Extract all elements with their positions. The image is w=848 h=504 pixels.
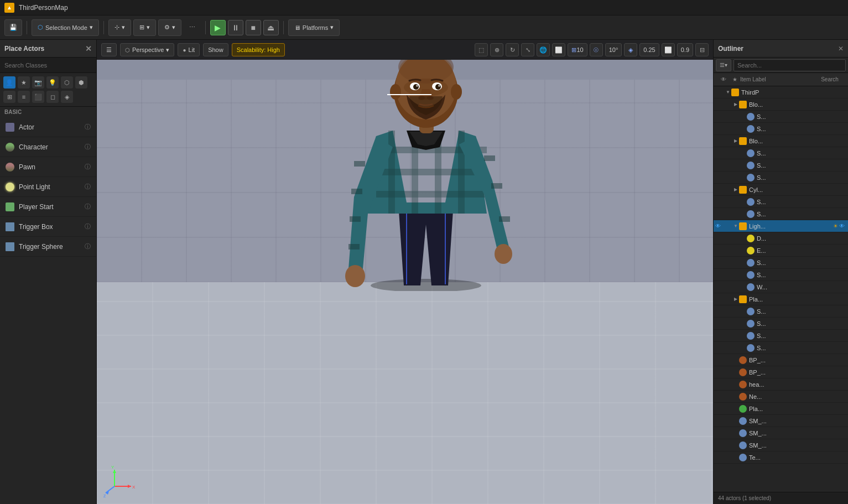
tree-item-sm1[interactable]: SM_... — [714, 415, 848, 427]
build-button[interactable]: ⚙▾ — [158, 19, 181, 36]
tree-arrow-blo1[interactable]: ▶ — [732, 102, 739, 107]
tree-item-s6[interactable]: S... — [714, 196, 848, 208]
tree-arrow-cyl[interactable]: ▶ — [732, 187, 739, 192]
actor-item-trigger-box[interactable]: Trigger Box ⓘ — [0, 217, 96, 237]
snap-button[interactable]: ⊞▾ — [133, 19, 156, 36]
save-button[interactable]: 💾 — [4, 19, 22, 36]
lit-button[interactable]: ● Lit — [178, 43, 200, 56]
tree-item-ligh[interactable]: 👁▼Ligh...☀👁 — [714, 220, 848, 232]
cat-all-icon[interactable]: ≡ — [18, 91, 30, 103]
actor-info-actor[interactable]: ⓘ — [85, 123, 91, 131]
scale-icon[interactable]: ⤡ — [521, 43, 534, 56]
tree-item-s2[interactable]: S... — [714, 123, 848, 135]
outliner-filter-button[interactable]: ☰▾ — [716, 59, 731, 71]
tree-item-nev[interactable]: Ne... — [714, 391, 848, 403]
tree-eyeb-ligh[interactable]: 👁 — [839, 223, 845, 229]
translate-icon[interactable]: ⊕ — [490, 43, 503, 56]
tree-item-bp[interactable]: BP_... — [714, 354, 848, 366]
actor-info-point-light[interactable]: ⓘ — [85, 183, 91, 191]
tree-arrow-play[interactable]: ▶ — [732, 297, 739, 302]
actor-item-actor[interactable]: Actor ⓘ — [0, 117, 96, 137]
tree-item-s12[interactable]: S... — [714, 330, 848, 342]
cat-r2-icon[interactable]: ◻ — [46, 91, 59, 103]
place-actors-close[interactable]: ✕ — [85, 44, 92, 53]
selection-mode-button[interactable]: ⬡ Selection Mode ▾ — [32, 19, 99, 36]
tree-item-blo2[interactable]: ▶Blo... — [714, 135, 848, 147]
cat-lights-icon[interactable]: ★ — [18, 76, 30, 89]
tree-item-s7[interactable]: S... — [714, 208, 848, 220]
tree-item-s13[interactable]: S... — [714, 342, 848, 354]
tree-item-s10[interactable]: S... — [714, 305, 848, 318]
angle-icon[interactable]: ⦾ — [590, 43, 603, 56]
tree-item-w1[interactable]: W... — [714, 281, 848, 293]
tree-arrow-ligh[interactable]: ▼ — [732, 224, 739, 228]
tree-eye-ligh[interactable]: 👁 — [714, 223, 722, 229]
platforms-button[interactable]: 🖥 Platforms ▾ — [288, 19, 340, 36]
actor-item-point-light[interactable]: Point Light ⓘ — [0, 177, 96, 197]
tree-item-tex[interactable]: Te... — [714, 451, 848, 464]
tree-item-play[interactable]: ▶Pla... — [714, 293, 848, 305]
tree-item-s11[interactable]: S... — [714, 318, 848, 330]
scale-snap-num[interactable]: 0.25 — [639, 43, 659, 56]
actor-info-player-start[interactable]: ⓘ — [85, 202, 91, 211]
play-button[interactable]: ▶ — [210, 20, 226, 35]
cat-basic-icon[interactable]: 👤 — [3, 76, 15, 89]
select-mode-icon[interactable]: ⬚ — [475, 43, 488, 56]
pause-button[interactable]: ⏸ — [228, 20, 243, 35]
search-classes-input[interactable] — [0, 58, 96, 73]
tree-item-s4[interactable]: S... — [714, 159, 848, 172]
cat-geo-icon[interactable]: ⬡ — [61, 76, 73, 89]
cat-r1-icon[interactable]: ⬛ — [32, 91, 44, 103]
grid-snap-num[interactable]: ⊞ 10 — [568, 43, 587, 56]
tree-item-d1[interactable]: D... — [714, 232, 848, 245]
actor-item-character[interactable]: Character ⓘ — [0, 137, 96, 157]
actor-info-trigger-sphere[interactable]: ⓘ — [85, 242, 91, 251]
cat-r3-icon[interactable]: ◈ — [61, 91, 73, 103]
angle-snap-num[interactable]: 10° — [605, 43, 622, 56]
rotate-icon[interactable]: ↻ — [506, 43, 519, 56]
cat-nav-icon[interactable]: ⊞ — [3, 91, 15, 103]
more-button[interactable]: ⋯ — [184, 19, 201, 36]
actor-info-character[interactable]: ⓘ — [85, 143, 91, 151]
tree-item-e1[interactable]: E... — [714, 245, 848, 257]
tree-arrow-blo2[interactable]: ▶ — [732, 138, 739, 143]
tree-item-sm2[interactable]: SM_... — [714, 427, 848, 439]
viewport[interactable]: ☰ ⬡ Perspective ▾ ● Lit Show Scalability… — [97, 40, 713, 504]
cat-fx-icon[interactable]: 💡 — [46, 76, 59, 89]
eject-button[interactable]: ⏏ — [263, 20, 279, 35]
actor-info-pawn[interactable]: ⓘ — [85, 163, 91, 171]
cat-camera-icon[interactable]: 📷 — [32, 76, 44, 89]
tree-item-s3[interactable]: S... — [714, 147, 848, 159]
tree-item-s1[interactable]: S... — [714, 111, 848, 123]
actor-info-trigger-box[interactable]: ⓘ — [85, 222, 91, 231]
tree-item-cyl[interactable]: ▶Cyl... — [714, 184, 848, 196]
tree-item-s9[interactable]: S... — [714, 269, 848, 281]
tree-item-thirdperson[interactable]: ▼ThirdP — [714, 86, 848, 98]
tree-item-s8[interactable]: S... — [714, 257, 848, 269]
scale-icon2[interactable]: ◈ — [624, 43, 637, 56]
tree-item-blo1[interactable]: ▶Blo... — [714, 98, 848, 111]
world-icon[interactable]: 🌐 — [537, 43, 550, 56]
actor-item-player-start[interactable]: Player Start ⓘ — [0, 197, 96, 217]
cat-volume-icon[interactable]: ⬢ — [75, 76, 87, 89]
tree-item-s5[interactable]: S... — [714, 172, 848, 184]
outliner-close[interactable]: ✕ — [838, 45, 844, 53]
transform-button[interactable]: ⊹▾ — [108, 19, 131, 36]
viewport-menu-button[interactable]: ☰ — [101, 43, 117, 56]
camera-icon[interactable]: ⬜ — [662, 43, 675, 56]
tree-item-sm3[interactable]: SM_... — [714, 439, 848, 451]
stop-button[interactable]: ■ — [246, 20, 261, 35]
tree-item-bpx[interactable]: BP_... — [714, 366, 848, 378]
tree-item-pla[interactable]: Pla... — [714, 403, 848, 415]
camera-ratio-num[interactable]: 0.9 — [677, 43, 693, 56]
outliner-search-input[interactable] — [733, 59, 846, 71]
show-button[interactable]: Show — [203, 43, 228, 56]
actor-item-pawn[interactable]: Pawn ⓘ — [0, 157, 96, 177]
settings-icon[interactable]: ⊟ — [695, 43, 709, 56]
tree-arrow-thirdperson[interactable]: ▼ — [725, 90, 731, 95]
tree-item-hea[interactable]: hea... — [714, 378, 848, 391]
scalability-button[interactable]: Scalability: High — [232, 43, 285, 56]
surface-icon[interactable]: ⬜ — [552, 43, 565, 56]
perspective-button[interactable]: ⬡ Perspective ▾ — [120, 43, 174, 56]
actor-item-trigger-sphere[interactable]: Trigger Sphere ⓘ — [0, 237, 96, 257]
